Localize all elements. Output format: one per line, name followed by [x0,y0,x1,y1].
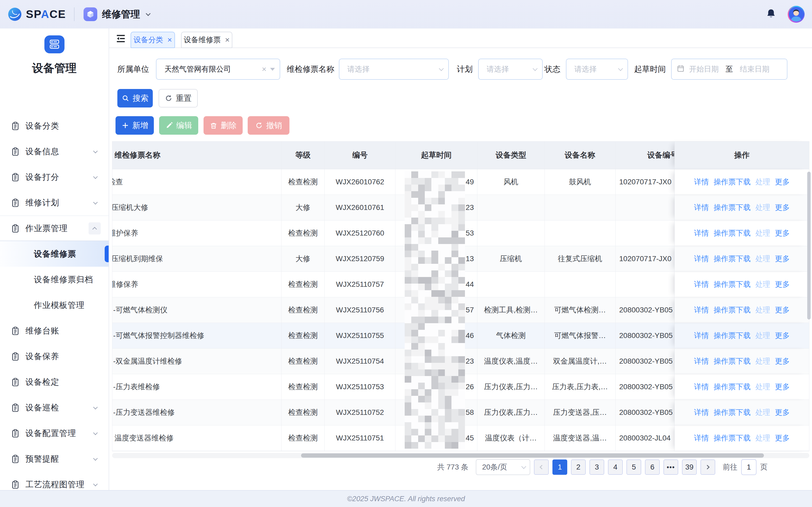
ticket-download-link[interactable]: 操作票下载 [714,407,751,417]
cell-code: WJX25110754 [324,349,395,374]
close-icon[interactable]: × [225,36,230,44]
detail-link[interactable]: 详情 [694,203,709,213]
detail-link[interactable]: 详情 [694,356,709,366]
page-button-5[interactable]: 5 [626,459,641,475]
ticket-download-link[interactable]: 操作票下载 [714,254,751,264]
detail-link[interactable]: 详情 [694,305,709,315]
more-pages-button[interactable]: ••• [663,459,678,475]
notification-bell-icon[interactable] [765,8,776,20]
sidebar-item[interactable]: 维修计划 [0,190,109,216]
tab-device-category[interactable]: 设备分类× [131,32,175,48]
sidebar-item[interactable]: 预警提醒 [0,446,109,471]
more-link[interactable]: 更多 [775,279,790,289]
detail-link[interactable]: 详情 [694,228,709,238]
ticket-download-link[interactable]: 操作票下载 [714,356,751,366]
handle-link[interactable]: 处理 [755,305,770,315]
ticket-download-link[interactable]: 操作票下载 [714,279,751,289]
detail-link[interactable]: 详情 [694,433,709,443]
plan-select[interactable]: 请选择 [478,59,543,80]
search-button[interactable]: 搜索 [117,89,153,108]
ticket-download-link[interactable]: 操作票下载 [714,331,751,341]
page-size-select[interactable]: 20条/页 [476,459,530,475]
sidebar-item[interactable]: 作业模板管理 [0,292,109,318]
more-link[interactable]: 更多 [775,203,790,213]
sidebar-item[interactable]: 设备配置管理 [0,420,109,446]
ticket-download-link[interactable]: 操作票下载 [714,305,751,315]
ticket-download-link[interactable]: 操作票下载 [714,433,751,443]
handle-link[interactable]: 处理 [755,177,770,187]
handle-link[interactable]: 处理 [755,331,770,341]
page-button-1[interactable]: 1 [552,459,567,475]
avatar[interactable] [788,6,805,23]
page-button-6[interactable]: 6 [645,459,660,475]
more-link[interactable]: 更多 [775,228,790,238]
detail-link[interactable]: 详情 [694,177,709,187]
sidebar-item[interactable]: 设备信息 [0,138,109,164]
delete-button[interactable]: 删除 [204,116,243,135]
ticket-download-link[interactable]: 操作票下载 [714,203,751,213]
unit-select[interactable]: 天然气管网有限公司 × [156,59,280,80]
clear-icon[interactable]: × [262,65,266,74]
detail-link[interactable]: 详情 [694,331,709,341]
goto-page-input[interactable] [741,459,757,475]
handle-link[interactable]: 处理 [755,433,770,443]
tab-device-repair-ticket[interactable]: 设备维修票× [181,32,232,48]
sidebar-item[interactable]: 工艺流程图管理 [0,471,109,490]
ticket-download-link[interactable]: 操作票下载 [714,382,751,392]
handle-link[interactable]: 处理 [755,228,770,238]
detail-link[interactable]: 详情 [694,254,709,264]
handle-link[interactable]: 处理 [755,279,770,289]
sidebar-item[interactable]: 作业票管理 [0,216,109,241]
detail-link[interactable]: 详情 [694,382,709,392]
more-link[interactable]: 更多 [775,331,790,341]
add-button[interactable]: 新增 [115,116,154,135]
sidebar-item[interactable]: 设备检定 [0,369,109,395]
app-switcher[interactable]: 维修管理 [84,7,150,21]
reset-button[interactable]: 重置 [159,89,198,108]
page-button-last[interactable]: 39 [682,459,697,475]
page-button-3[interactable]: 3 [590,459,604,475]
handle-link[interactable]: 处理 [755,203,770,213]
more-link[interactable]: 更多 [775,305,790,315]
mosaic-cell [425,270,432,277]
more-link[interactable]: 更多 [775,356,790,366]
status-select[interactable]: 请选择 [566,59,628,80]
sidebar-item[interactable]: 设备维修票归档 [0,267,109,292]
sidebar-item[interactable]: 设备保养 [0,344,109,369]
more-link[interactable]: 更多 [775,177,790,187]
vertical-scrollbar-thumb[interactable] [807,172,811,320]
mosaic-cell [438,336,445,343]
ticket-name-select[interactable]: 请选择 [339,59,449,80]
collapse-menu-icon[interactable] [115,33,126,44]
prev-page-button[interactable] [534,459,549,475]
more-link[interactable]: 更多 [775,433,790,443]
detail-link[interactable]: 详情 [694,279,709,289]
horizontal-scrollbar-thumb[interactable] [301,453,764,458]
handle-link[interactable]: 处理 [755,382,770,392]
handle-link[interactable]: 处理 [755,356,770,366]
cell-level: 检查检测 [282,221,325,246]
mosaic-cell [458,409,465,416]
more-link[interactable]: 更多 [775,254,790,264]
handle-link[interactable]: 处理 [755,407,770,417]
next-page-button[interactable] [701,459,715,475]
sidebar-item[interactable]: 维修台账 [0,318,109,344]
sidebar-item[interactable]: 设备巡检 [0,395,109,420]
detail-link[interactable]: 详情 [694,407,709,417]
sidebar-item[interactable]: 设备维修票 [0,241,109,267]
sidebar-item[interactable]: 设备分类 [0,113,109,138]
draft-time-range-picker[interactable]: 开始日期 至 结束日期 [671,59,788,80]
handle-link[interactable]: 处理 [755,254,770,264]
mosaic-cell [405,171,411,178]
ticket-download-link[interactable]: 操作票下载 [714,177,751,187]
page-button-4[interactable]: 4 [608,459,623,475]
more-link[interactable]: 更多 [775,407,790,417]
horizontal-scrollbar[interactable] [112,453,809,458]
page-button-2[interactable]: 2 [571,459,586,475]
sidebar-item[interactable]: 设备打分 [0,164,109,190]
edit-button[interactable]: 编辑 [159,116,198,135]
revoke-button[interactable]: 撤销 [248,116,290,135]
close-icon[interactable]: × [167,36,172,44]
ticket-download-link[interactable]: 操作票下载 [714,228,751,238]
more-link[interactable]: 更多 [775,382,790,392]
